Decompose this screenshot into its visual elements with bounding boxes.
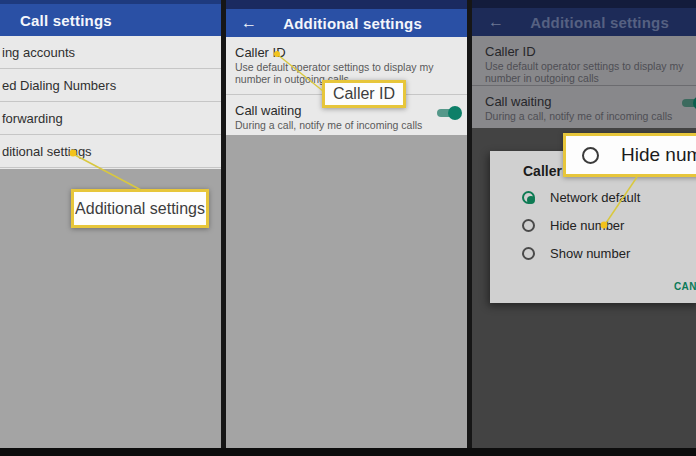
list-item-additional-settings[interactable]: ditional settings xyxy=(0,135,221,168)
row-description: Use default operator settings to display… xyxy=(485,61,687,84)
list-item-label: ing accounts xyxy=(2,45,75,60)
toggle-knob xyxy=(448,106,462,120)
callout-additional-settings: Additional settings xyxy=(71,189,209,228)
back-arrow-icon[interactable]: ← xyxy=(241,14,257,32)
radio-label: Hide number xyxy=(550,218,624,233)
cancel-button[interactable]: CANCEL xyxy=(674,281,696,292)
call-waiting-toggle xyxy=(682,99,696,107)
callout-label: Caller ID xyxy=(333,85,395,103)
row-title: Caller ID xyxy=(485,44,687,59)
row-description: During a call, notify me of incoming cal… xyxy=(485,111,680,123)
app-bar: ← Additional settings xyxy=(472,8,696,36)
bottom-bar xyxy=(0,448,696,456)
row-caller-id: Caller ID Use default operator settings … xyxy=(472,36,696,86)
row-title: Call waiting xyxy=(485,94,687,109)
row-call-waiting: Call waiting During a call, notify me of… xyxy=(472,86,696,128)
list-item-label: ed Dialing Numbers xyxy=(2,78,116,93)
app-bar: ← Additional settings xyxy=(226,9,467,37)
radio-icon xyxy=(522,191,535,204)
callout-label: Hide number xyxy=(621,144,696,166)
list-item-fixed-dialing-numbers[interactable]: ed Dialing Numbers xyxy=(0,69,221,102)
settings-list-dimmed: Caller ID Use default operator settings … xyxy=(472,36,696,128)
radio-icon xyxy=(522,219,535,232)
screen-caller-id-dialog: ← Additional settings Caller ID Use defa… xyxy=(472,0,696,456)
list-item-label: forwarding xyxy=(2,111,63,126)
empty-area xyxy=(226,135,467,456)
radio-network-default[interactable]: Network default xyxy=(522,190,640,205)
status-bar xyxy=(472,0,696,8)
screen-call-settings: Call settings ing accounts ed Dialing Nu… xyxy=(0,0,221,456)
screen-additional-settings: ← Additional settings Caller ID Use defa… xyxy=(226,0,467,456)
radio-icon xyxy=(582,147,599,164)
settings-list: ing accounts ed Dialing Numbers forwardi… xyxy=(0,36,221,169)
row-description: During a call, notify me of incoming cal… xyxy=(235,120,435,132)
panel-divider xyxy=(467,0,472,456)
page-title: Additional settings xyxy=(530,14,669,31)
page-title: Call settings xyxy=(20,12,112,29)
radio-label: Network default xyxy=(550,190,640,205)
radio-hide-number[interactable]: Hide number xyxy=(522,218,624,233)
radio-icon xyxy=(522,247,535,260)
page-title: Additional settings xyxy=(283,15,422,32)
radio-label: Show number xyxy=(550,246,630,261)
tutorial-collage: Call settings ing accounts ed Dialing Nu… xyxy=(0,0,696,456)
list-item-call-forwarding[interactable]: forwarding xyxy=(0,102,221,135)
row-title: Caller ID xyxy=(235,45,458,60)
list-item-label: ditional settings xyxy=(2,144,92,159)
panel-divider xyxy=(221,0,226,456)
callout-hide-number: Hide number xyxy=(563,133,696,177)
app-bar: Call settings xyxy=(0,4,221,36)
list-item-calling-accounts[interactable]: ing accounts xyxy=(0,36,221,69)
callout-label: Additional settings xyxy=(75,200,205,218)
callout-caller-id: Caller ID xyxy=(322,80,406,108)
status-bar xyxy=(226,0,467,9)
back-arrow-icon[interactable]: ← xyxy=(488,13,504,31)
radio-show-number[interactable]: Show number xyxy=(522,246,630,261)
call-waiting-toggle[interactable] xyxy=(437,109,459,117)
